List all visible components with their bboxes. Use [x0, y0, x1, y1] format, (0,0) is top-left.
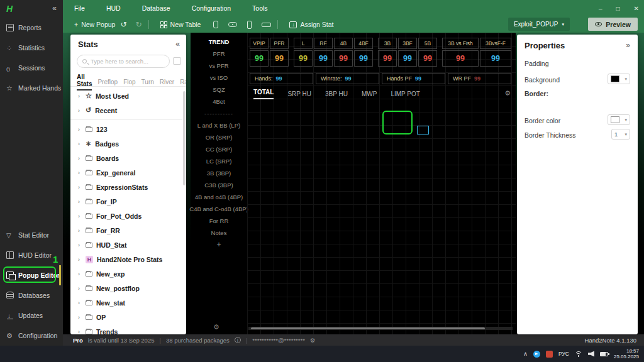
sidebar-collapse-icon[interactable]: « — [52, 4, 57, 13]
tree-item-new-postflop[interactable]: ›New_postflop — [70, 281, 182, 295]
stat-header-vpip[interactable]: VPIP — [250, 38, 269, 49]
stat-value-4b[interactable]: 99 — [334, 50, 353, 67]
info-cell-wr-pf[interactable]: WR PF99 — [448, 73, 511, 84]
clock[interactable]: 18:57 25.05.2025 — [614, 348, 639, 359]
editor-tabs-gear-icon[interactable]: ⚙ — [504, 89, 511, 97]
popup-tab-cc-srp[interactable]: CC (SRP) — [191, 143, 247, 155]
close-button[interactable]: ✕ — [634, 5, 639, 12]
popup-tab-or-srp[interactable]: OR (SRP) — [191, 131, 247, 143]
account-gear-icon[interactable]: ⚙ — [310, 337, 316, 344]
stat-header-3bf[interactable]: 3BF — [398, 38, 417, 49]
tree-item-123[interactable]: ›123 — [70, 122, 182, 136]
selected-badges-box[interactable] — [382, 111, 413, 134]
sidebar-item-statistics[interactable]: Statistics — [0, 40, 63, 55]
tray-chevron-icon[interactable]: ∧ — [523, 351, 528, 357]
tree-item-hand2note-pro-stats[interactable]: ›HHand2Note Pro Stats — [70, 252, 182, 266]
tab-raise[interactable]: Raise — [180, 79, 186, 85]
tree-item-hud-stat[interactable]: ›HUD_Stat — [70, 238, 182, 252]
packages-text[interactable]: 38 purchased packages — [166, 337, 230, 344]
stat-value-3b-vs-fish[interactable]: 99 — [442, 50, 479, 67]
monitor-icon[interactable] — [262, 23, 271, 27]
popup-tab-c3b-3bp[interactable]: C3B (3BP) — [191, 179, 247, 190]
editor-tab-total[interactable]: TOTAL — [253, 89, 274, 99]
info-icon[interactable]: i — [235, 337, 241, 343]
assign-stat-button[interactable]: ↓ Assign Stat — [284, 18, 338, 31]
stat-header-4bf[interactable]: 4BF — [354, 38, 373, 49]
scrollbar-thumb[interactable] — [251, 327, 485, 329]
phone-icon[interactable] — [247, 21, 252, 29]
popup-tab-l-and-x-bb-lp[interactable]: L and X BB (LP) — [191, 119, 247, 131]
stat-value-rf[interactable]: 99 — [314, 50, 333, 67]
popup-tab-for-rr[interactable]: For RR — [191, 215, 247, 226]
sidebar-item-stat-editor[interactable]: Stat Editor — [0, 228, 63, 243]
editor-tab-3bp-hu[interactable]: 3BP HU — [325, 90, 348, 97]
volume-icon[interactable] — [588, 351, 594, 357]
webcam-icon[interactable] — [228, 22, 237, 27]
search-input[interactable]: Type here to search... — [77, 55, 170, 68]
stat-header-3b-vs-fish[interactable]: 3B vs Fish — [442, 38, 479, 49]
undo-icon[interactable]: ↺ — [120, 20, 126, 29]
selected-cell-outline[interactable] — [417, 126, 429, 134]
tab-preflop[interactable]: Preflop — [97, 79, 118, 85]
popup-tab-vs-pfr[interactable]: vs PFR — [191, 60, 247, 71]
tree-item-new-exp[interactable]: ›New_exp — [70, 266, 182, 281]
sidebar-item-databases[interactable]: Databases — [0, 288, 63, 303]
popup-tab-notes[interactable]: Notes — [191, 227, 247, 238]
sidebar-item-popup-editor[interactable]: Popup Editor — [0, 268, 63, 283]
tree-item-recent[interactable]: ›↺Recent — [70, 103, 182, 118]
popup-tab-pfr[interactable]: PFR — [191, 48, 247, 59]
tree-item-trends[interactable]: ›Trends — [70, 324, 182, 334]
popup-tab-4bet[interactable]: 4Bet — [191, 96, 247, 107]
editor-tab-limp-pot[interactable]: LIMP POT — [391, 90, 420, 97]
stat-value-vpip[interactable]: 99 — [250, 50, 269, 67]
tree-item-badges[interactable]: ›∗Badges — [70, 136, 182, 151]
tab-river[interactable]: River — [160, 79, 174, 85]
tree-item-for-rr[interactable]: ›For_RR — [70, 223, 182, 238]
list-view-icon[interactable] — [173, 57, 181, 65]
sidebar-item-configuration[interactable]: Configuration — [0, 328, 63, 343]
stat-header-4b[interactable]: 4B — [334, 38, 353, 49]
tree-item-for-ip[interactable]: ›For_IP — [70, 194, 182, 209]
popup-tab-vs-iso[interactable]: vs ISO — [191, 72, 247, 83]
stat-header-3b[interactable]: 3B — [378, 38, 397, 49]
background-color-dropdown[interactable]: ▾ — [608, 74, 630, 84]
stat-value-4bf[interactable]: 99 — [354, 50, 373, 67]
account-email[interactable]: ***********@********* — [252, 337, 305, 344]
menu-item-file[interactable]: File — [74, 4, 85, 12]
stat-header-l[interactable]: L — [294, 38, 313, 49]
language-indicator[interactable]: РУС — [558, 351, 569, 357]
tab-turn[interactable]: Turn — [142, 79, 154, 85]
sidebar-item-sessions[interactable]: Sessions — [0, 60, 63, 75]
minimize-button[interactable]: – — [599, 5, 602, 12]
stat-header-pfr[interactable]: PFR — [270, 38, 289, 49]
popup-tab-4b-and-o4b-4bp[interactable]: 4B and o4B (4BP) — [191, 191, 247, 202]
menu-item-hud[interactable]: HUD — [106, 4, 121, 12]
stat-header-3bvsf-f[interactable]: 3BvsF-F — [480, 38, 511, 49]
stats-collapse-icon[interactable]: « — [175, 40, 180, 48]
stat-value-pfr[interactable]: 99 — [270, 50, 289, 67]
popup-select-dropdown[interactable]: Exploit_POPUP ▾ — [508, 18, 570, 31]
redo-icon[interactable]: ↻ — [136, 20, 142, 29]
sidebar-item-reports[interactable]: Reports — [0, 20, 63, 35]
popup-tab-trend[interactable]: TREND — [191, 36, 247, 47]
popup-tab-c4b-and-c-o4b-4bp[interactable]: C4B and C-o4B (4BP) — [191, 203, 247, 214]
stat-header-rf[interactable]: RF — [314, 38, 333, 49]
stat-header-5b[interactable]: 5B — [418, 38, 437, 49]
new-table-button[interactable]: New Table — [155, 18, 206, 31]
tree-item-most-used[interactable]: ›☆Most Used — [70, 89, 182, 103]
tree-item-expressionstats[interactable]: ›ExpressionStats — [70, 180, 182, 194]
border-color-dropdown[interactable]: ▾ — [608, 114, 630, 125]
info-cell-hands[interactable]: Hands:99 — [250, 73, 313, 84]
horizontal-scrollbar[interactable] — [248, 327, 513, 330]
stat-value-5b[interactable]: 99 — [418, 50, 437, 67]
add-popup-tab-button[interactable]: + — [191, 239, 247, 250]
popup-tab-lc-srp[interactable]: LC (SRP) — [191, 155, 247, 167]
tray-app-icon[interactable] — [546, 351, 553, 358]
tree-item-new-stat[interactable]: ›New_stat — [70, 295, 182, 310]
sidebar-item-updates[interactable]: Updates — [0, 308, 63, 323]
menu-item-database[interactable]: Database — [142, 4, 170, 12]
popup-settings-gear-icon[interactable]: ⚙ — [213, 323, 219, 331]
tree-item-exp-general[interactable]: ›Exp_general — [70, 165, 182, 180]
tab-flop[interactable]: Flop — [123, 79, 135, 85]
popup-canvas[interactable]: VPIPPFR9999LRF4B4BF999999993B3BF5B999999… — [247, 33, 516, 334]
